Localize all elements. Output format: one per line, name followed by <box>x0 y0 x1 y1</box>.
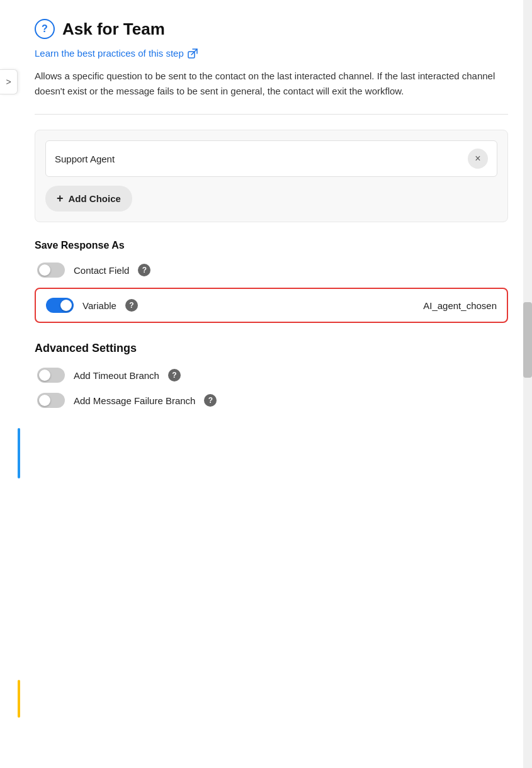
variable-toggle[interactable] <box>46 298 74 313</box>
save-response-title: Save Response As <box>35 240 508 251</box>
help-circle-icon: ? <box>35 19 55 39</box>
advanced-settings-title: Advanced Settings <box>35 342 508 355</box>
contact-field-row: Contact Field ? <box>35 263 508 278</box>
advanced-settings-section: Advanced Settings Add Timeout Branch ? <box>35 342 508 408</box>
scrollbar-thumb[interactable] <box>523 302 532 378</box>
add-choice-button[interactable]: + Add Choice <box>45 186 132 212</box>
collapse-panel-button[interactable]: > <box>0 69 18 94</box>
close-icon: × <box>475 153 480 164</box>
chevron-right-icon: > <box>6 77 11 87</box>
description-text: Allows a specific question to be sent to… <box>35 69 508 99</box>
message-failure-branch-row: Add Message Failure Branch ? <box>35 393 508 408</box>
variable-row-highlighted: Variable ? AI_agent_chosen <box>35 288 508 323</box>
save-response-section: Save Response As Contact Field ? <box>35 240 508 323</box>
scrollbar-track <box>523 0 532 768</box>
timeout-branch-row: Add Timeout Branch ? <box>35 368 508 383</box>
timeout-branch-label: Add Timeout Branch <box>74 370 159 381</box>
timeout-branch-help-icon[interactable]: ? <box>168 369 181 381</box>
message-failure-help-icon[interactable]: ? <box>204 394 217 407</box>
page-title: Ask for Team <box>62 20 165 39</box>
contact-field-label: Contact Field <box>74 265 129 276</box>
header: ? Ask for Team <box>35 19 508 39</box>
left-accent-bar-blue <box>18 428 20 478</box>
variable-value: AI_agent_chosen <box>423 300 497 311</box>
variable-label: Variable <box>82 300 116 311</box>
external-link-icon <box>188 48 198 59</box>
learn-best-practices-link[interactable]: Learn the best practices of this step <box>35 48 508 59</box>
remove-choice-button[interactable]: × <box>468 149 488 169</box>
left-accent-bar-yellow <box>18 680 20 718</box>
main-content: ? Ask for Team Learn the best practices … <box>28 0 521 768</box>
message-failure-toggle[interactable] <box>37 393 65 408</box>
message-failure-label: Add Message Failure Branch <box>74 395 195 406</box>
choice-label: Support Agent <box>55 154 115 164</box>
variable-help-icon[interactable]: ? <box>125 299 138 312</box>
contact-field-help-icon[interactable]: ? <box>138 264 150 276</box>
timeout-branch-toggle[interactable] <box>37 368 65 383</box>
divider <box>35 114 508 115</box>
plus-icon: + <box>57 192 64 205</box>
choice-item: Support Agent × <box>45 140 497 177</box>
choices-section: Support Agent × + Add Choice <box>35 130 508 222</box>
contact-field-toggle[interactable] <box>37 263 65 278</box>
